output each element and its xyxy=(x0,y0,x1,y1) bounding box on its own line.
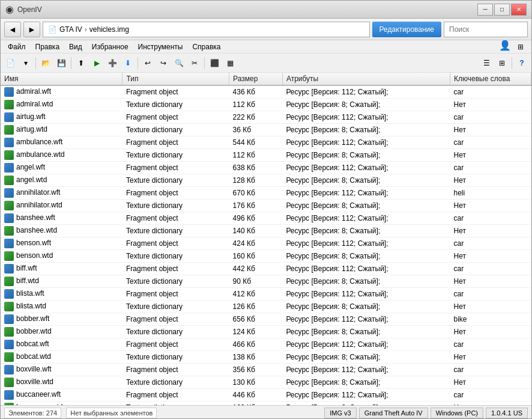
file-keywords: car xyxy=(450,237,531,250)
file-size: 90 Кб xyxy=(229,275,283,288)
file-keywords: Нет xyxy=(450,124,531,136)
menu-file[interactable]: Файл xyxy=(3,41,31,52)
tb-new-button[interactable]: 📄 xyxy=(3,56,17,70)
tb-dropdown-button[interactable]: ▾ xyxy=(19,56,33,70)
file-name: benson.wft xyxy=(1,237,122,250)
table-row[interactable]: banshee.wtd Texture dictionary 140 Кб Ре… xyxy=(1,225,531,237)
file-size: 436 Кб xyxy=(229,85,283,99)
table-row[interactable]: biff.wtd Texture dictionary 90 Кб Ресурс… xyxy=(1,275,531,288)
file-type: Fragment object xyxy=(122,364,229,376)
file-attrs: Ресурс [Версия: 112; Сжатый]; xyxy=(282,263,450,275)
table-row[interactable]: bobcat.wtd Texture dictionary 138 Кб Рес… xyxy=(1,351,531,364)
tb-list-view[interactable]: ☰ xyxy=(479,56,494,70)
file-name: blista.wtd xyxy=(1,301,122,313)
tb-help-button[interactable]: ? xyxy=(515,56,529,70)
path-display[interactable]: 📄 GTA IV › vehicles.img xyxy=(43,22,370,37)
tb-open-button[interactable]: 📂 xyxy=(38,56,53,70)
table-row[interactable]: banshee.wft Fragment object 496 Кб Ресур… xyxy=(1,212,531,225)
table-row[interactable]: boxville.wft Fragment object 356 Кб Ресу… xyxy=(1,364,531,376)
table-row[interactable]: angel.wft Fragment object 638 Кб Ресурс … xyxy=(1,162,531,174)
table-row[interactable]: benson.wtd Texture dictionary 160 Кб Рес… xyxy=(1,250,531,263)
tb-btn5[interactable]: ⬛ xyxy=(207,56,222,70)
tb-save-button[interactable]: 💾 xyxy=(54,56,68,70)
table-row[interactable]: buccaneer.wft Fragment object 446 Кб Рес… xyxy=(1,389,531,402)
table-row[interactable]: ambulance.wtd Texture dictionary 112 Кб … xyxy=(1,149,531,162)
tb-search2-button[interactable]: 🔍 xyxy=(172,56,186,70)
file-keywords: Нет xyxy=(450,376,531,389)
table-row[interactable]: blista.wft Fragment object 412 Кб Ресурс… xyxy=(1,288,531,301)
table-row[interactable]: airtug.wtd Texture dictionary 36 Кб Ресу… xyxy=(1,124,531,136)
file-name: admiral.wtd xyxy=(1,99,122,111)
file-type-icon xyxy=(4,289,14,299)
user-icon[interactable]: 👤 xyxy=(499,40,511,54)
back-button[interactable]: ◄ xyxy=(4,22,21,37)
menu-edit[interactable]: Правка xyxy=(31,41,65,52)
file-size: 176 Кб xyxy=(229,200,283,212)
col-header-type[interactable]: Тип xyxy=(122,73,229,85)
table-row[interactable]: benson.wft Fragment object 424 Кб Ресурс… xyxy=(1,237,531,250)
col-header-kw[interactable]: Ключевые слова xyxy=(450,73,531,85)
tb-btn6[interactable]: ▦ xyxy=(223,56,237,70)
tb-import-button[interactable]: ⬇ xyxy=(121,56,135,70)
tb-undo-button[interactable]: ↩ xyxy=(141,56,155,70)
table-row[interactable]: bobber.wtd Texture dictionary 124 Кб Рес… xyxy=(1,326,531,338)
table-row[interactable]: ambulance.wft Fragment object 544 Кб Рес… xyxy=(1,136,531,149)
table-row[interactable]: biff.wft Fragment object 442 Кб Ресурс [… xyxy=(1,263,531,275)
tb-grid-view[interactable]: ⊞ xyxy=(495,56,509,70)
col-header-name[interactable]: Имя xyxy=(1,73,122,85)
file-attrs: Ресурс [Версия: 112; Сжатый]; xyxy=(282,162,450,174)
file-type-icon xyxy=(4,352,14,362)
file-type: Fragment object xyxy=(122,111,229,124)
file-attrs: Ресурс [Версия: 112; Сжатый]; xyxy=(282,338,450,351)
minimize-button[interactable]: ─ xyxy=(477,4,493,16)
menu-favorites[interactable]: Избранное xyxy=(87,41,133,52)
file-type: Texture dictionary xyxy=(122,99,229,111)
file-size: 128 Кб xyxy=(229,174,283,187)
col-header-attr[interactable]: Атрибуты xyxy=(282,73,450,85)
tb-extract-button[interactable]: ⬆ xyxy=(74,56,88,70)
panel-toggle-button[interactable]: ⊞ xyxy=(512,40,529,54)
table-row[interactable]: blista.wtd Texture dictionary 126 Кб Рес… xyxy=(1,301,531,313)
file-type-icon xyxy=(4,340,14,349)
file-size: 466 Кб xyxy=(229,338,283,351)
tb-add-button[interactable]: ➕ xyxy=(105,56,119,70)
table-row[interactable]: annihilator.wft Fragment object 670 Кб Р… xyxy=(1,187,531,200)
file-size: 112 Кб xyxy=(229,149,283,162)
file-type-icon xyxy=(4,327,14,337)
file-keywords: Нет xyxy=(450,174,531,187)
tb-redo-button[interactable]: ↪ xyxy=(156,56,171,70)
menu-view[interactable]: Вид xyxy=(64,41,87,52)
table-row[interactable]: bobcat.wft Fragment object 466 Кб Ресурс… xyxy=(1,338,531,351)
menu-tools[interactable]: Инструменты xyxy=(133,41,188,52)
file-list[interactable]: Имя Тип Размер Атрибуты Ключевые слова a… xyxy=(1,73,531,405)
table-row[interactable]: annihilator.wtd Texture dictionary 176 К… xyxy=(1,200,531,212)
edit-button[interactable]: Редактирование xyxy=(372,22,441,37)
path-part-1: GTA IV xyxy=(59,25,82,34)
close-button[interactable]: ✕ xyxy=(511,4,527,16)
file-attrs: Ресурс [Версия: 8; Сжатый]; xyxy=(282,225,450,237)
file-name: benson.wtd xyxy=(1,250,122,263)
table-row[interactable]: bobber.wft Fragment object 656 Кб Ресурс… xyxy=(1,313,531,326)
table-row[interactable]: boxville.wtd Texture dictionary 130 Кб Р… xyxy=(1,376,531,389)
table-row[interactable]: buccaneer.wtd Texture dictionary 160 Кб … xyxy=(1,402,531,406)
search-input[interactable] xyxy=(444,22,528,37)
file-keywords: car xyxy=(450,136,531,149)
file-attrs: Ресурс [Версия: 8; Сжатый]; xyxy=(282,326,450,338)
status-selected: Нет выбранных элементов xyxy=(66,408,157,418)
file-type-icon xyxy=(4,87,14,97)
maximize-button[interactable]: □ xyxy=(494,4,510,16)
file-attrs: Ресурс [Версия: 112; Сжатый]; xyxy=(282,389,450,402)
tb-play-button[interactable]: ▶ xyxy=(89,56,104,70)
table-row[interactable]: angel.wtd Texture dictionary 128 Кб Ресу… xyxy=(1,174,531,187)
file-name: ambulance.wtd xyxy=(1,149,122,162)
forward-button[interactable]: ► xyxy=(23,22,40,37)
file-size: 656 Кб xyxy=(229,313,283,326)
file-type: Fragment object xyxy=(122,288,229,301)
col-header-size[interactable]: Размер xyxy=(229,73,283,85)
menu-help[interactable]: Справка xyxy=(187,41,225,52)
file-name: bobber.wtd xyxy=(1,326,122,338)
tb-delete-button[interactable]: ✂ xyxy=(187,56,202,70)
table-row[interactable]: admiral.wtd Texture dictionary 112 Кб Ре… xyxy=(1,99,531,111)
table-row[interactable]: admiral.wft Fragment object 436 Кб Ресур… xyxy=(1,85,531,99)
table-row[interactable]: airtug.wft Fragment object 222 Кб Ресурс… xyxy=(1,111,531,124)
